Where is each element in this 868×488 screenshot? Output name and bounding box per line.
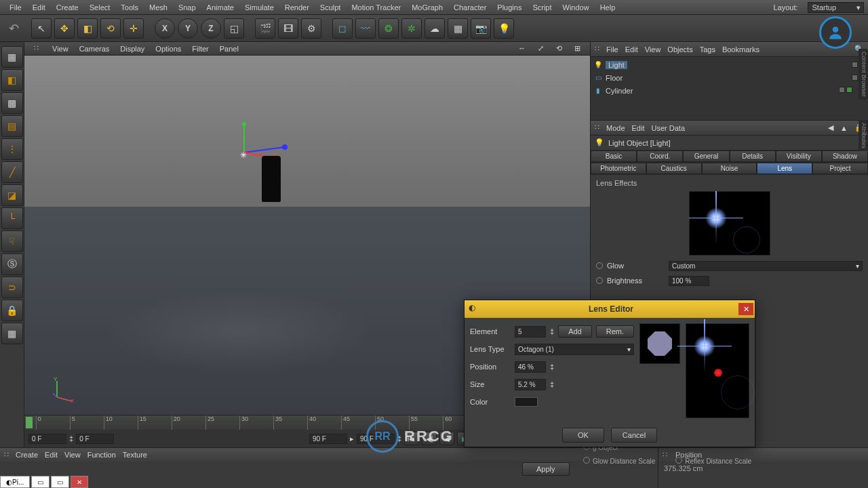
- menu-snap[interactable]: Snap: [173, 3, 201, 12]
- menu-create[interactable]: Create: [51, 3, 84, 12]
- texture-mode-icon[interactable]: ▩: [1, 92, 23, 114]
- nav-back-icon[interactable]: ◀: [828, 123, 833, 132]
- obj-menu-tags[interactable]: Tags: [700, 45, 715, 54]
- generator-icon[interactable]: ❂: [378, 18, 399, 39]
- lenstype-dropdown[interactable]: Octagon (1): [515, 344, 634, 355]
- lens-preview-thumb[interactable]: [689, 191, 770, 256]
- cancel-button[interactable]: Cancel: [611, 428, 657, 443]
- nav-up-icon[interactable]: ▲: [840, 124, 848, 132]
- tab-general[interactable]: General: [683, 150, 729, 162]
- viewport-nav-icon[interactable]: ⤢: [532, 44, 549, 53]
- move-tool-icon[interactable]: ✥: [54, 18, 75, 39]
- color-swatch[interactable]: [515, 397, 538, 407]
- render-settings-icon[interactable]: ⚙: [301, 18, 321, 39]
- tab-photometric[interactable]: Photometric: [591, 163, 646, 174]
- camera-icon[interactable]: ▦: [448, 18, 468, 39]
- coord-system-icon[interactable]: ◱: [224, 18, 244, 39]
- menu-script[interactable]: Script: [527, 3, 557, 12]
- menu-simulate[interactable]: Simulate: [239, 3, 279, 12]
- spline-icon[interactable]: 〰: [355, 18, 376, 39]
- point-mode-icon[interactable]: ⋮: [1, 138, 23, 160]
- brightness-field[interactable]: 100 %: [669, 276, 709, 286]
- tab-visibility[interactable]: Visibility: [776, 150, 822, 162]
- mat-menu-view[interactable]: View: [64, 451, 81, 459]
- menu-mograph[interactable]: MoGraph: [406, 3, 448, 12]
- menu-character[interactable]: Character: [448, 3, 492, 12]
- object-mode-icon[interactable]: ◧: [1, 69, 23, 91]
- mat-menu-edit[interactable]: Edit: [45, 451, 58, 459]
- render-region-icon[interactable]: 🎞: [278, 18, 298, 39]
- menu-help[interactable]: Help: [595, 3, 621, 12]
- viewmode-icon[interactable]: ▦: [1, 323, 23, 344]
- mat-menu-create[interactable]: Create: [16, 451, 38, 459]
- tab-noise[interactable]: Noise: [702, 163, 757, 174]
- obj-menu-objects[interactable]: Objects: [667, 45, 692, 54]
- attr-menu-userdata[interactable]: User Data: [652, 124, 686, 132]
- apply-button[interactable]: Apply: [522, 462, 570, 476]
- tree-row-light[interactable]: 💡 Light: [593, 58, 865, 71]
- view-menu-panel[interactable]: Panel: [214, 45, 244, 53]
- menu-motiontracker[interactable]: Motion Tracker: [346, 3, 406, 12]
- sidetab-attributes[interactable]: Attributes: [859, 120, 868, 151]
- tree-label[interactable]: Light: [606, 61, 627, 69]
- edge-mode-icon[interactable]: ╱: [1, 161, 23, 183]
- tab-shadow[interactable]: Shadow: [822, 150, 868, 162]
- environment-icon[interactable]: ☁: [425, 18, 445, 39]
- tree-label[interactable]: Floor: [606, 74, 623, 82]
- axis-mode-icon[interactable]: └: [1, 207, 23, 229]
- snap-icon[interactable]: Ⓢ: [1, 253, 23, 275]
- tab-basic[interactable]: Basic: [591, 150, 637, 162]
- mat-menu-function[interactable]: Function: [87, 451, 116, 459]
- obj-menu-bookmarks[interactable]: Bookmarks: [722, 45, 760, 54]
- light-gizmo[interactable]: ✳: [217, 120, 298, 176]
- taskbar-close[interactable]: ✕: [71, 476, 88, 488]
- view-menu-filter[interactable]: Filter: [186, 45, 214, 53]
- viewcam-icon[interactable]: 📷: [471, 18, 491, 39]
- add-button[interactable]: Add: [558, 325, 592, 338]
- dialog-titlebar[interactable]: ◐ Lens Editor ✕: [465, 300, 755, 318]
- render-view-icon[interactable]: 🎬: [255, 18, 275, 39]
- poly-mode-icon[interactable]: ◪: [1, 184, 23, 206]
- view-menu-options[interactable]: Options: [150, 45, 186, 53]
- menu-file[interactable]: File: [4, 3, 27, 12]
- menu-window[interactable]: Window: [557, 3, 595, 12]
- tree-row-floor[interactable]: ▭ Floor: [593, 71, 865, 84]
- menu-select[interactable]: Select: [84, 3, 116, 12]
- user-avatar-badge[interactable]: [819, 16, 852, 49]
- frame-start-field[interactable]: 0 F: [28, 434, 66, 444]
- viewport-nav-icon[interactable]: ⊞: [569, 44, 586, 53]
- obj-menu-file[interactable]: File: [606, 45, 618, 54]
- undo-icon[interactable]: ↶: [4, 19, 23, 38]
- attr-menu-mode[interactable]: Mode: [606, 124, 625, 132]
- taskbar-app[interactable]: ◐ Pi...: [0, 476, 30, 488]
- tab-coord[interactable]: Coord.: [637, 150, 683, 162]
- taskbar-win[interactable]: ▭: [31, 476, 50, 488]
- rotate-tool-icon[interactable]: ⟲: [100, 18, 121, 39]
- lock-icon[interactable]: 🔒: [1, 300, 23, 321]
- tab-project[interactable]: Project: [812, 163, 868, 174]
- cylinder-object[interactable]: [262, 156, 281, 202]
- axis-y-icon[interactable]: Y: [178, 18, 198, 39]
- close-button[interactable]: ✕: [738, 303, 753, 315]
- obj-menu-edit[interactable]: Edit: [625, 45, 638, 54]
- attr-menu-edit[interactable]: Edit: [632, 124, 645, 132]
- size-field[interactable]: 5.2 %: [515, 379, 546, 390]
- element-field[interactable]: 5: [515, 326, 546, 338]
- cube-primitive-icon[interactable]: ◻: [332, 18, 353, 39]
- menu-animate[interactable]: Animate: [201, 3, 239, 12]
- remove-button[interactable]: Rem.: [596, 325, 634, 338]
- viewport-nav-icon[interactable]: ⟲: [551, 44, 568, 53]
- light-icon[interactable]: 💡: [494, 18, 514, 39]
- select-tool-icon[interactable]: ↖: [31, 18, 52, 39]
- tab-caustics[interactable]: Caustics: [646, 163, 702, 174]
- mat-menu-texture[interactable]: Texture: [123, 451, 147, 459]
- place-tool-icon[interactable]: ✛: [123, 18, 144, 39]
- menu-edit[interactable]: Edit: [27, 3, 51, 12]
- menu-render[interactable]: Render: [279, 3, 315, 12]
- ok-button[interactable]: OK: [562, 428, 604, 443]
- axis-x-icon[interactable]: X: [155, 18, 175, 39]
- tree-label[interactable]: Cylinder: [606, 87, 633, 95]
- tweak-icon[interactable]: ☟: [1, 230, 23, 252]
- layout-dropdown[interactable]: Startup: [808, 2, 864, 13]
- obj-menu-view[interactable]: View: [645, 45, 661, 54]
